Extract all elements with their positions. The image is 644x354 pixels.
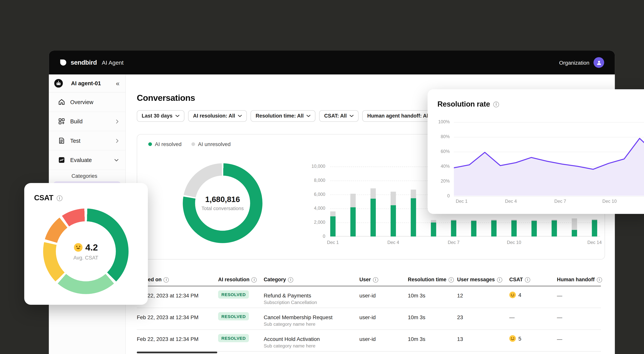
x-tick: Dec 7 <box>448 240 459 245</box>
bar-dec-12 <box>552 220 557 236</box>
bar-dec-8 <box>471 220 476 236</box>
cell-human-handoff: — <box>557 336 562 342</box>
y-tick: 4,000 <box>302 206 325 211</box>
csat-emoji-icon <box>74 243 82 252</box>
collapse-sidebar-icon[interactable]: « <box>116 80 120 87</box>
cell-subcategory: Sub category name here <box>264 322 315 327</box>
total-conversations-donut: 1,680,816 Total conversations <box>183 163 262 243</box>
filter-label: AI resolusion: All <box>193 113 235 119</box>
chevron-down-icon <box>176 115 180 117</box>
sidebar-item-label: Build <box>70 118 82 124</box>
table-row[interactable]: Feb 22, 2023 at 12:34 PM RESOLVED Cancel… <box>137 308 601 330</box>
info-icon[interactable]: i <box>497 277 502 282</box>
sidebar-item-label: Test <box>70 137 80 144</box>
cell-closed-on: Feb 22, 2023 at 12:34 PM <box>137 336 198 342</box>
sidebar-item-overview[interactable]: Overview <box>49 93 125 112</box>
legend-ai-unresolved[interactable]: AI unresolved <box>191 141 230 147</box>
bar-dec-6 <box>431 220 436 237</box>
x-tick: Dec 10 <box>602 199 617 204</box>
top-navbar: sendbird AI Agent Organization <box>49 51 615 74</box>
x-tick: Dec 4 <box>505 199 517 204</box>
csat-emoji-icon <box>509 292 516 298</box>
sidebar-item-build[interactable]: Build <box>49 112 125 131</box>
y-tick: 40% <box>428 164 450 169</box>
legend-dot-gray <box>191 142 195 146</box>
gridline <box>454 196 644 197</box>
filter-resolution-time[interactable]: Resolution time: All <box>251 110 316 122</box>
sidebar-item-test[interactable]: Test <box>49 131 125 150</box>
cell-user-messages: 12 <box>457 292 463 299</box>
x-tick: Dec 1 <box>327 240 339 245</box>
legend-ai-resolved[interactable]: AI resolved <box>148 141 182 147</box>
filter-ai-resolution[interactable]: AI resolusion: All <box>188 110 247 122</box>
cell-subcategory: Sub category name here <box>264 343 315 348</box>
col-csat: CSATi <box>509 277 530 283</box>
info-icon[interactable]: i <box>373 277 378 282</box>
bar-dec-3 <box>370 188 376 236</box>
table-header-row: Closed oni AI resolutioni Categoryi User… <box>137 275 601 286</box>
sidebar-item-evaluate[interactable]: Evaluate <box>49 150 125 170</box>
col-ai-resolution: AI resolutioni <box>218 277 257 283</box>
product-name: AI Agent <box>102 59 124 66</box>
conversations-table: Closed oni AI resolutioni Categoryi User… <box>137 275 601 351</box>
user-avatar[interactable] <box>594 57 604 68</box>
chevron-down-icon <box>350 115 354 117</box>
cell-closed-on: Feb 22, 2023 at 12:34 PM <box>137 314 198 320</box>
bar-dec-4 <box>390 192 396 237</box>
agent-selector[interactable]: AI agent-01 « <box>49 74 125 93</box>
col-user-messages: User messagesi <box>457 277 502 283</box>
table-scrollbar[interactable] <box>137 352 217 353</box>
sidebar-subitem-categories[interactable]: Categories <box>49 170 125 182</box>
chevron-down-icon <box>238 115 242 117</box>
csat-emoji-icon <box>509 335 516 342</box>
bar-dec-5 <box>411 190 416 236</box>
test-document-icon <box>58 137 65 144</box>
info-icon[interactable]: i <box>597 277 602 282</box>
table-row[interactable]: Feb 22, 2023 at 12:34 PM RESOLVED Accoun… <box>137 330 601 352</box>
donut-center: 1,680,816 Total conversations <box>195 176 250 231</box>
x-tick: Dec 4 <box>387 240 399 245</box>
x-tick: Dec 1 <box>456 199 468 204</box>
legend-label: AI unresolved <box>198 141 231 147</box>
x-tick: Dec 10 <box>507 240 521 245</box>
filter-label: Last 30 days <box>142 113 172 119</box>
info-icon[interactable]: i <box>288 277 293 282</box>
info-icon[interactable]: i <box>525 277 530 282</box>
cell-human-handoff: — <box>557 292 562 299</box>
status-badge: RESOLVED <box>218 334 249 342</box>
cell-user: user-id <box>360 336 376 342</box>
sendbird-logo-icon <box>60 59 67 66</box>
y-tick: 8,000 <box>302 178 325 183</box>
info-icon[interactable]: i <box>57 195 62 201</box>
cell-category: Refund & Payments <box>264 292 311 299</box>
status-badge: RESOLVED <box>218 312 249 320</box>
organization-menu[interactable]: Organization <box>559 57 604 68</box>
cell-human-handoff: — <box>557 314 562 320</box>
filter-label: Resolution time: All <box>256 113 304 119</box>
csat-card-title: CSAT <box>34 194 53 202</box>
resolution-rate-card: Resolution rate i 100%80%60%40%20%0Dec 1… <box>428 89 644 214</box>
filter-csat[interactable]: CSAT: All <box>319 110 359 122</box>
brand-name: sendbird <box>71 59 97 66</box>
home-icon <box>58 98 65 106</box>
sidebar-subitem-label: Categories <box>72 172 97 179</box>
chevron-down-icon <box>114 158 119 161</box>
y-tick: 80% <box>428 134 450 139</box>
col-category: Categoryi <box>264 277 293 283</box>
info-icon[interactable]: i <box>448 277 454 282</box>
evaluate-chart-icon <box>58 156 65 163</box>
brand-group: sendbird AI Agent <box>60 59 124 66</box>
y-tick: 100% <box>428 119 450 124</box>
info-icon[interactable]: i <box>252 277 257 282</box>
y-tick: 20% <box>428 179 450 184</box>
cell-subcategory: Subscription Cancellation <box>264 300 317 305</box>
y-tick: 6,000 <box>302 192 325 197</box>
area-fill <box>454 138 644 196</box>
filter-date-range[interactable]: Last 30 days <box>137 110 184 122</box>
organization-label: Organization <box>559 59 590 66</box>
cell-resolution-time: 10m 3s <box>408 292 425 299</box>
info-icon[interactable]: i <box>164 277 169 282</box>
bar-dec-10 <box>512 220 517 236</box>
table-row[interactable]: Feb 22, 2023 at 12:34 PM RESOLVED Refund… <box>137 286 601 308</box>
cell-user: user-id <box>360 314 376 320</box>
